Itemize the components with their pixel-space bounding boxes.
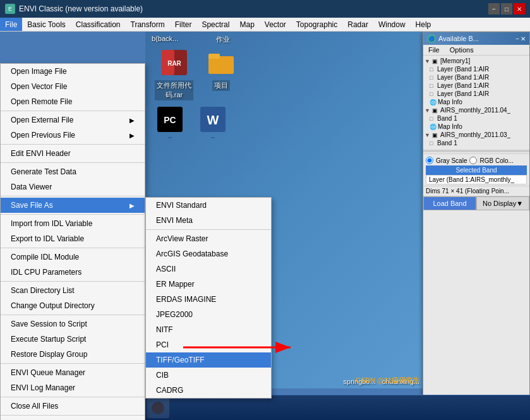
desktop-icon-pycharm[interactable]: PC	[155, 104, 185, 138]
menu-open-remote[interactable]: Open Remote File	[1, 94, 145, 109]
panel-menu-options[interactable]: Options	[445, 45, 479, 55]
submenu-cadrg[interactable]: CADRG	[146, 383, 271, 398]
tree-item-band1[interactable]: □ Band 1	[425, 114, 528, 123]
submenu-nitf[interactable]: NITF	[146, 322, 271, 337]
maximize-button[interactable]: □	[501, 3, 512, 15]
tree-item-band2[interactable]: □ Band 1	[425, 139, 528, 147]
submenu-cib[interactable]: CIB	[146, 368, 271, 383]
menu-save-session[interactable]: Save Session to Script	[1, 316, 145, 332]
tree-item-mapinfo1[interactable]: 🌐 Map Info	[425, 98, 528, 106]
tree-item-airs2[interactable]: ▼ ▣ AIRS_monthly_2011.03_	[425, 131, 528, 139]
tree-item-layer3[interactable]: □ Layer (Band 1:AIR	[425, 81, 528, 90]
submenu-erdas[interactable]: ERDAS IMAGINE	[146, 292, 271, 307]
tree-memory1-label: [Memory1]	[440, 57, 470, 64]
tree-item-layer2[interactable]: □ Layer (Band 1:AIR	[425, 73, 528, 81]
tree-expand-icon-3: ▼	[425, 132, 431, 138]
tree-layer2-label: Layer (Band 1:AIR	[437, 74, 489, 81]
word-icon-label	[211, 137, 215, 138]
menu-filter[interactable]: Filter	[170, 18, 197, 31]
tree-item-mapinfo2[interactable]: 🌐 Map Info	[425, 123, 528, 131]
submenu-envi-standard[interactable]: ENVI Standard	[146, 198, 271, 213]
app-icon: E	[5, 4, 15, 14]
menu-bar: File Basic Tools Classification Transfor…	[0, 18, 530, 32]
tree-cb-icon-3: □	[430, 83, 436, 89]
app-title: ENVI Classic (new version available)	[19, 4, 143, 13]
submenu-arcgis[interactable]: ArcGIS Geodatabase	[146, 246, 271, 261]
menu-scan-dir[interactable]: Scan Directory List	[1, 283, 145, 298]
gray-scale-radio[interactable]	[426, 157, 433, 164]
desktop-icon-rar[interactable]: RAR 文件所用代码.rar	[155, 47, 193, 100]
menu-topographic[interactable]: Topographic	[291, 18, 342, 31]
menu-transform[interactable]: Transform	[126, 18, 170, 31]
desktop-icon-word[interactable]: W	[198, 104, 228, 138]
panel-minimize-btn[interactable]: −	[515, 35, 519, 42]
desktop-icon-folder[interactable]: 项目	[206, 47, 236, 100]
menu-import-idl[interactable]: Import from IDL Variable	[1, 216, 145, 231]
panel-scrollbar[interactable]	[423, 150, 529, 152]
rgb-color-radio[interactable]	[469, 157, 477, 164]
separator-4	[1, 196, 145, 196]
tree-item-layer1[interactable]: □ Layer (Band 1:AIR	[425, 65, 528, 73]
load-band-button[interactable]: Load Band	[423, 196, 476, 210]
arrow-icon-3: ▶	[129, 202, 135, 209]
menu-idl-cpu[interactable]: IDL CPU Parameters	[1, 265, 145, 280]
menu-window[interactable]: Window	[373, 18, 411, 31]
separator-3	[1, 162, 145, 163]
menu-open-image[interactable]: Open Image File	[1, 64, 145, 79]
no-display-button[interactable]: No Display▼	[476, 196, 529, 210]
svg-rect-3	[208, 56, 234, 74]
title-bar: E ENVI Classic (new version available) −…	[0, 0, 530, 18]
menu-restore-display[interactable]: Restore Display Group	[1, 347, 145, 362]
menu-vector[interactable]: Vector	[260, 18, 291, 31]
panel-close-btn[interactable]: ✕	[521, 35, 526, 42]
menu-map[interactable]: Map	[234, 18, 259, 31]
gray-scale-label: Gray Scale	[436, 157, 467, 164]
menu-gen-test[interactable]: Generate Test Data	[1, 164, 145, 179]
menu-data-viewer[interactable]: Data Viewer	[1, 179, 145, 195]
submenu-er-mapper[interactable]: ER Mapper	[146, 277, 271, 292]
menu-close-all[interactable]: Close All Files	[1, 399, 145, 414]
submenu-arcview[interactable]: ArcView Raster	[146, 231, 271, 246]
taskbar-btn-6[interactable]	[147, 398, 169, 418]
separator-8	[1, 315, 145, 315]
available-bands-panel: 🔵 Available B... − ✕ File Options ▼ ▣ [M…	[423, 32, 530, 420]
menu-basic-tools[interactable]: Basic Tools	[22, 18, 70, 31]
tree-cb-icon-5: □	[430, 116, 436, 122]
word-icon: W	[198, 104, 228, 135]
pycharm-icon: PC	[155, 104, 185, 135]
menu-execute-startup[interactable]: Execute Startup Script	[1, 332, 145, 347]
menu-edit-header[interactable]: Edit ENVI Header	[1, 146, 145, 161]
menu-radar[interactable]: Radar	[342, 18, 373, 31]
dims-row: Dims 71 × 41 (Floating Poin...	[423, 186, 529, 196]
menu-spectral[interactable]: Spectral	[196, 18, 234, 31]
tree-item-memory1[interactable]: ▼ ▣ [Memory1]	[425, 57, 528, 65]
panel-menu-file[interactable]: File	[423, 45, 445, 55]
tree-band2-label: Band 1	[437, 140, 457, 147]
menu-classification[interactable]: Classification	[71, 18, 126, 31]
tree-item-layer4[interactable]: □ Layer (Band 1:AIR	[425, 90, 528, 98]
submenu-jpeg2000[interactable]: JPEG2000	[146, 307, 271, 322]
close-button[interactable]: ✕	[514, 3, 525, 15]
menu-help[interactable]: Help	[411, 18, 437, 31]
menu-log-manager[interactable]: ENVI Log Manager	[1, 380, 145, 395]
submenu-tiff[interactable]: TIFF/GeoTIFF	[146, 352, 271, 368]
submenu-envi-meta[interactable]: ENVI Meta	[146, 213, 271, 228]
menu-open-vector[interactable]: Open Vector File	[1, 79, 145, 94]
svg-text:W: W	[207, 113, 219, 127]
menu-export-idl[interactable]: Export to IDL Variable	[1, 231, 145, 246]
save-file-as-submenu: ENVI Standard ENVI Meta ArcView Raster A…	[145, 197, 272, 399]
menu-open-external[interactable]: Open External File▶	[1, 112, 145, 128]
menu-change-output[interactable]: Change Output Directory	[1, 298, 145, 313]
submenu-pci[interactable]: PCI	[146, 337, 271, 352]
menu-queue-manager[interactable]: ENVI Queue Manager	[1, 365, 145, 380]
menu-preferences[interactable]: Preferences	[1, 417, 145, 420]
minimize-button[interactable]: −	[488, 3, 500, 15]
menu-open-previous[interactable]: Open Previous File▶	[1, 128, 145, 143]
tree-item-airs1[interactable]: ▼ ▣ AIRS_monthly_2011.04_	[425, 106, 528, 114]
rgb-color-label: RGB Colo...	[479, 157, 513, 164]
menu-compile-idl[interactable]: Compile IDL Module	[1, 249, 145, 265]
menu-file[interactable]: File	[0, 18, 22, 31]
menu-save-file-as[interactable]: Save File As▶	[1, 198, 145, 213]
submenu-ascii[interactable]: ASCII	[146, 261, 271, 277]
panel-title-bar: 🔵 Available B... − ✕	[423, 32, 529, 45]
